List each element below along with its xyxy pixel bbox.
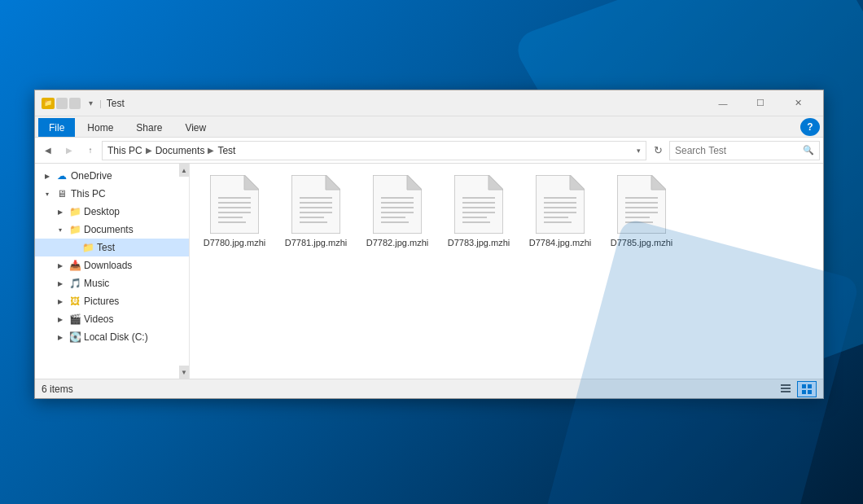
pc-icon: 🖥 bbox=[55, 187, 68, 200]
file-item-1[interactable]: D7781.jpg.mzhi bbox=[279, 172, 353, 252]
sidebar-label-thispc: This PC bbox=[71, 188, 106, 199]
svg-rect-51 bbox=[802, 384, 806, 388]
desktop-toggle[interactable]: ▶ bbox=[55, 206, 66, 217]
file-icon-4 bbox=[536, 175, 585, 234]
address-bar: ◀ ▶ ↑ This PC ▶ Documents ▶ Test ▾ ↻ 🔍 bbox=[35, 138, 823, 164]
svg-rect-54 bbox=[808, 390, 812, 394]
sidebar-item-thispc[interactable]: ▾ 🖥 This PC bbox=[35, 185, 189, 203]
svg-marker-9 bbox=[326, 175, 340, 190]
svg-rect-49 bbox=[781, 388, 791, 389]
svg-marker-25 bbox=[488, 175, 503, 190]
file-name-3: D7783.jpg.mzhi bbox=[448, 237, 510, 248]
file-name-4: D7784.jpg.mzhi bbox=[529, 237, 591, 248]
videos-icon: 🎬 bbox=[68, 313, 81, 326]
file-item-4[interactable]: D7784.jpg.mzhi bbox=[523, 172, 597, 252]
tab-home[interactable]: Home bbox=[77, 118, 124, 137]
sidebar-label-downloads: Downloads bbox=[84, 260, 132, 271]
explorer-window: 📁 ▾ | Test — ☐ ✕ File Home Share View ? … bbox=[34, 90, 824, 399]
svg-marker-1 bbox=[244, 175, 259, 190]
ribbon-tabs: File Home Share View ? bbox=[35, 116, 823, 138]
sidebar-scroll-down[interactable]: ▼ bbox=[179, 366, 189, 379]
file-icon-2 bbox=[373, 175, 422, 234]
title-bar-dropdown-arrow[interactable]: ▾ bbox=[89, 99, 93, 107]
up-button[interactable]: ↑ bbox=[81, 141, 100, 160]
localdisk-toggle[interactable]: ▶ bbox=[55, 331, 66, 343]
tab-file[interactable]: File bbox=[38, 118, 75, 137]
localdisk-icon: 💽 bbox=[68, 331, 81, 344]
close-button[interactable]: ✕ bbox=[779, 90, 817, 116]
sidebar-label-test: Test bbox=[97, 242, 115, 253]
svg-rect-48 bbox=[781, 384, 791, 386]
tab-view[interactable]: View bbox=[174, 118, 217, 137]
title-bar-quick-access: 📁 bbox=[42, 98, 81, 109]
title-bar: 📁 ▾ | Test — ☐ ✕ bbox=[35, 90, 823, 116]
thispc-toggle[interactable]: ▾ bbox=[42, 188, 53, 199]
details-view-icon bbox=[780, 383, 791, 395]
path-segment-test[interactable]: Test bbox=[217, 145, 235, 156]
back-button[interactable]: ◀ bbox=[38, 141, 58, 160]
file-name-2: D7782.jpg.mzhi bbox=[366, 237, 428, 248]
tab-share[interactable]: Share bbox=[125, 118, 173, 137]
search-icon[interactable]: 🔍 bbox=[803, 145, 814, 156]
documents-toggle[interactable]: ▾ bbox=[55, 224, 66, 235]
tiles-view-icon bbox=[801, 383, 813, 395]
sidebar-item-onedrive[interactable]: ▶ ☁ OneDrive bbox=[35, 167, 189, 185]
videos-toggle[interactable]: ▶ bbox=[55, 313, 66, 325]
file-icon-5 bbox=[617, 175, 666, 234]
quick-access-icon-1[interactable]: 📁 bbox=[42, 98, 55, 109]
sidebar-item-videos[interactable]: ▶ 🎬 Videos bbox=[35, 310, 189, 328]
file-name-1: D7781.jpg.mzhi bbox=[285, 237, 347, 248]
view-details-button[interactable] bbox=[776, 381, 795, 397]
file-item-0[interactable]: D7780.jpg.mzhi bbox=[198, 172, 271, 252]
pictures-toggle[interactable]: ▶ bbox=[55, 296, 66, 307]
onedrive-toggle[interactable]: ▶ bbox=[42, 170, 53, 182]
test-folder-icon: 📁 bbox=[81, 241, 94, 254]
music-icon: 🎵 bbox=[68, 277, 81, 290]
sidebar-label-desktop: Desktop bbox=[84, 206, 120, 217]
path-segment-pc[interactable]: This PC bbox=[107, 145, 142, 156]
search-box[interactable]: 🔍 bbox=[669, 141, 820, 160]
help-button[interactable]: ? bbox=[800, 118, 820, 136]
sidebar-item-test[interactable]: 📁 Test bbox=[35, 239, 189, 256]
svg-rect-50 bbox=[781, 391, 791, 392]
maximize-button[interactable]: ☐ bbox=[742, 90, 779, 116]
view-tiles-button[interactable] bbox=[797, 381, 817, 397]
svg-rect-52 bbox=[808, 384, 812, 388]
quick-access-icon-3[interactable] bbox=[69, 98, 81, 109]
refresh-button[interactable]: ↻ bbox=[648, 141, 668, 160]
sidebar-item-localdisk[interactable]: ▶ 💽 Local Disk (C:) bbox=[35, 328, 189, 346]
sidebar-label-localdisk: Local Disk (C:) bbox=[84, 331, 148, 343]
file-grid: D7780.jpg.mzhi D7781.jpg.mzhi bbox=[190, 164, 823, 379]
sidebar: ▲ ▶ ☁ OneDrive ▾ 🖥 This PC ▶ 📁 Desktop bbox=[35, 164, 190, 379]
path-sep-2: ▶ bbox=[208, 146, 214, 155]
sidebar-item-music[interactable]: ▶ 🎵 Music bbox=[35, 274, 189, 292]
sidebar-label-onedrive: OneDrive bbox=[71, 170, 112, 182]
sidebar-item-pictures[interactable]: ▶ 🖼 Pictures bbox=[35, 292, 189, 310]
svg-rect-53 bbox=[802, 390, 806, 394]
sidebar-item-desktop[interactable]: ▶ 📁 Desktop bbox=[35, 203, 189, 221]
file-icon-1 bbox=[291, 175, 340, 234]
file-name-5: D7785.jpg.mzhi bbox=[611, 237, 672, 248]
path-dropdown-arrow[interactable]: ▾ bbox=[637, 147, 641, 155]
downloads-toggle[interactable]: ▶ bbox=[55, 260, 66, 271]
music-toggle[interactable]: ▶ bbox=[55, 278, 66, 289]
sidebar-item-documents[interactable]: ▾ 📁 Documents bbox=[35, 221, 189, 239]
documents-folder-icon: 📁 bbox=[68, 223, 81, 236]
address-path[interactable]: This PC ▶ Documents ▶ Test ▾ bbox=[102, 141, 646, 160]
path-segment-docs[interactable]: Documents bbox=[156, 145, 205, 156]
file-icon-0 bbox=[210, 175, 259, 234]
forward-button[interactable]: ▶ bbox=[59, 141, 79, 160]
minimize-button[interactable]: — bbox=[704, 90, 742, 116]
status-bar: 6 items bbox=[35, 379, 823, 398]
file-item-3[interactable]: D7783.jpg.mzhi bbox=[442, 172, 515, 252]
file-item-2[interactable]: D7782.jpg.mzhi bbox=[361, 172, 434, 252]
window-controls: — ☐ ✕ bbox=[704, 90, 817, 116]
sidebar-scroll-up[interactable]: ▲ bbox=[179, 164, 189, 177]
file-item-5[interactable]: D7785.jpg.mzhi bbox=[605, 172, 678, 252]
file-area: D7780.jpg.mzhi D7781.jpg.mzhi bbox=[190, 164, 823, 379]
sidebar-item-downloads[interactable]: ▶ 📥 Downloads bbox=[35, 256, 189, 274]
quick-access-icon-2[interactable] bbox=[56, 98, 68, 109]
sidebar-label-videos: Videos bbox=[84, 313, 113, 325]
search-input[interactable] bbox=[675, 145, 799, 156]
content-area: ▲ ▶ ☁ OneDrive ▾ 🖥 This PC ▶ 📁 Desktop bbox=[35, 164, 823, 379]
